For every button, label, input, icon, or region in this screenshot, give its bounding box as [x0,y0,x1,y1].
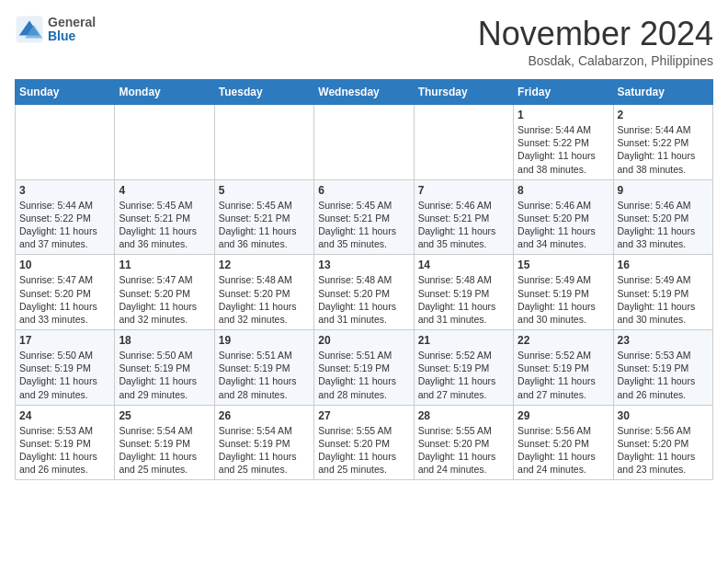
day-info: Sunrise: 5:53 AMSunset: 5:19 PMDaylight:… [618,349,709,401]
day-number: 10 [19,259,110,271]
day-info: Sunrise: 5:51 AMSunset: 5:19 PMDaylight:… [219,349,310,401]
day-info: Sunrise: 5:55 AMSunset: 5:20 PMDaylight:… [318,424,409,477]
calendar-cell: 22Sunrise: 5:52 AMSunset: 5:19 PMDayligh… [514,330,613,406]
calendar-cell: 15Sunrise: 5:49 AMSunset: 5:19 PMDayligh… [514,255,613,330]
day-number: 18 [119,334,210,347]
month-title: November 2024 [478,15,713,53]
day-info: Sunrise: 5:46 AMSunset: 5:20 PMDaylight:… [618,199,709,251]
day-info: Sunrise: 5:54 AMSunset: 5:19 PMDaylight:… [219,424,310,477]
calendar-cell: 1Sunrise: 5:44 AMSunset: 5:22 PMDaylight… [514,105,613,180]
calendar-cell: 6Sunrise: 5:45 AMSunset: 5:21 PMDaylight… [314,179,414,255]
day-header-monday: Monday [115,80,214,105]
day-header-friday: Friday [514,80,613,105]
calendar-cell: 30Sunrise: 5:56 AMSunset: 5:20 PMDayligh… [613,405,712,480]
day-header-wednesday: Wednesday [314,80,414,105]
calendar-header-row: SundayMondayTuesdayWednesdayThursdayFrid… [16,80,713,105]
title-area: November 2024 Bosdak, Calabarzon, Philip… [478,15,713,68]
day-number: 13 [318,259,409,271]
day-number: 17 [19,334,110,347]
day-info: Sunrise: 5:48 AMSunset: 5:20 PMDaylight:… [318,273,409,326]
calendar-cell: 9Sunrise: 5:46 AMSunset: 5:20 PMDaylight… [613,179,712,255]
day-info: Sunrise: 5:56 AMSunset: 5:20 PMDaylight:… [618,424,709,477]
day-info: Sunrise: 5:54 AMSunset: 5:19 PMDaylight:… [119,424,210,477]
calendar-week-row: 10Sunrise: 5:47 AMSunset: 5:20 PMDayligh… [16,255,713,330]
day-number: 6 [318,184,409,197]
calendar-cell [115,105,214,180]
calendar-cell: 12Sunrise: 5:48 AMSunset: 5:20 PMDayligh… [214,255,313,330]
logo: General Blue [15,15,96,44]
day-number: 25 [119,409,210,422]
calendar-cell: 16Sunrise: 5:49 AMSunset: 5:19 PMDayligh… [613,255,712,330]
calendar-cell: 11Sunrise: 5:47 AMSunset: 5:20 PMDayligh… [115,255,214,330]
day-info: Sunrise: 5:50 AMSunset: 5:19 PMDaylight:… [119,349,210,401]
day-header-saturday: Saturday [613,80,712,105]
calendar-cell [214,105,313,180]
day-number: 28 [418,409,509,422]
day-header-tuesday: Tuesday [214,80,313,105]
calendar-cell: 18Sunrise: 5:50 AMSunset: 5:19 PMDayligh… [115,330,214,406]
day-info: Sunrise: 5:50 AMSunset: 5:19 PMDaylight:… [19,349,110,401]
day-info: Sunrise: 5:51 AMSunset: 5:19 PMDaylight:… [318,349,409,401]
day-number: 24 [19,409,110,422]
calendar-week-row: 24Sunrise: 5:53 AMSunset: 5:19 PMDayligh… [16,405,713,480]
calendar-week-row: 3Sunrise: 5:44 AMSunset: 5:22 PMDaylight… [16,179,713,255]
day-number: 15 [518,259,609,271]
day-info: Sunrise: 5:49 AMSunset: 5:19 PMDaylight:… [518,273,609,326]
day-number: 12 [219,259,310,271]
day-info: Sunrise: 5:44 AMSunset: 5:22 PMDaylight:… [618,123,709,176]
day-number: 7 [418,184,509,197]
day-info: Sunrise: 5:52 AMSunset: 5:19 PMDaylight:… [518,349,609,401]
calendar-cell: 10Sunrise: 5:47 AMSunset: 5:20 PMDayligh… [16,255,115,330]
calendar-cell: 29Sunrise: 5:56 AMSunset: 5:20 PMDayligh… [514,405,613,480]
calendar-cell: 17Sunrise: 5:50 AMSunset: 5:19 PMDayligh… [16,330,115,406]
calendar-cell: 5Sunrise: 5:45 AMSunset: 5:21 PMDaylight… [214,179,313,255]
day-number: 9 [618,184,709,197]
calendar-cell: 8Sunrise: 5:46 AMSunset: 5:20 PMDaylight… [514,179,613,255]
calendar-cell: 24Sunrise: 5:53 AMSunset: 5:19 PMDayligh… [16,405,115,480]
day-number: 5 [219,184,310,197]
day-number: 30 [618,409,709,422]
logo-general: General [48,16,96,29]
day-number: 21 [418,334,509,347]
calendar-cell: 4Sunrise: 5:45 AMSunset: 5:21 PMDaylight… [115,179,214,255]
day-info: Sunrise: 5:45 AMSunset: 5:21 PMDaylight:… [219,199,310,251]
calendar-cell: 7Sunrise: 5:46 AMSunset: 5:21 PMDaylight… [414,179,513,255]
day-info: Sunrise: 5:46 AMSunset: 5:21 PMDaylight:… [418,199,509,251]
day-info: Sunrise: 5:52 AMSunset: 5:19 PMDaylight:… [418,349,509,401]
day-number: 27 [318,409,409,422]
day-info: Sunrise: 5:48 AMSunset: 5:20 PMDaylight:… [219,273,310,326]
day-number: 14 [418,259,509,271]
calendar-week-row: 17Sunrise: 5:50 AMSunset: 5:19 PMDayligh… [16,330,713,406]
calendar-cell: 23Sunrise: 5:53 AMSunset: 5:19 PMDayligh… [613,330,712,406]
day-number: 4 [119,184,210,197]
day-number: 29 [518,409,609,422]
calendar-cell: 13Sunrise: 5:48 AMSunset: 5:20 PMDayligh… [314,255,414,330]
day-info: Sunrise: 5:55 AMSunset: 5:20 PMDaylight:… [418,424,509,477]
location: Bosdak, Calabarzon, Philippines [478,53,713,68]
day-number: 1 [518,109,609,121]
day-number: 11 [119,259,210,271]
calendar-cell: 20Sunrise: 5:51 AMSunset: 5:19 PMDayligh… [314,330,414,406]
calendar-cell [314,105,414,180]
calendar-cell: 21Sunrise: 5:52 AMSunset: 5:19 PMDayligh… [414,330,513,406]
logo-text: General Blue [48,16,96,44]
day-number: 20 [318,334,409,347]
day-header-sunday: Sunday [16,80,115,105]
logo-icon [15,15,44,44]
day-info: Sunrise: 5:45 AMSunset: 5:21 PMDaylight:… [318,199,409,251]
page-header: General Blue November 2024 Bosdak, Calab… [15,15,713,68]
day-number: 16 [618,259,709,271]
calendar-cell: 28Sunrise: 5:55 AMSunset: 5:20 PMDayligh… [414,405,513,480]
calendar-cell: 14Sunrise: 5:48 AMSunset: 5:19 PMDayligh… [414,255,513,330]
calendar-cell [16,105,115,180]
day-number: 22 [518,334,609,347]
calendar-cell: 25Sunrise: 5:54 AMSunset: 5:19 PMDayligh… [115,405,214,480]
calendar-table: SundayMondayTuesdayWednesdayThursdayFrid… [15,79,713,480]
day-info: Sunrise: 5:48 AMSunset: 5:19 PMDaylight:… [418,273,509,326]
calendar-cell: 19Sunrise: 5:51 AMSunset: 5:19 PMDayligh… [214,330,313,406]
day-info: Sunrise: 5:46 AMSunset: 5:20 PMDaylight:… [518,199,609,251]
day-info: Sunrise: 5:56 AMSunset: 5:20 PMDaylight:… [518,424,609,477]
day-info: Sunrise: 5:44 AMSunset: 5:22 PMDaylight:… [19,199,110,251]
calendar-week-row: 1Sunrise: 5:44 AMSunset: 5:22 PMDaylight… [16,105,713,180]
calendar-cell [414,105,513,180]
